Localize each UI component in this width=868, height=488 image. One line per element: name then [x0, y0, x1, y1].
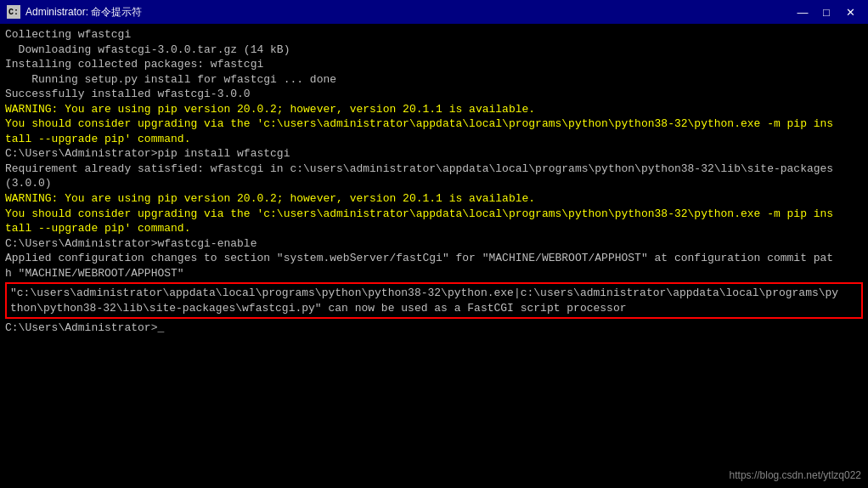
terminal-line: Installing collected packages: wfastcgi [5, 57, 863, 72]
terminal-after: C:\Users\Administrator>_ [5, 321, 863, 336]
highlight-line: thon\python38-32\lib\site-packages\wfast… [10, 301, 858, 316]
terminal-line: You should consider upgrading via the 'c… [5, 207, 863, 222]
titlebar-controls: — □ ✕ [792, 3, 861, 20]
titlebar: C: Administrator: 命令提示符 — □ ✕ [0, 0, 868, 24]
terminal-line: Applied configuration changes to section… [5, 251, 863, 266]
terminal-line: h "MACHINE/WEBROOT/APPHOST" [5, 266, 863, 281]
terminal-line: Downloading wfastcgi-3.0.0.tar.gz (14 kB… [5, 43, 863, 58]
titlebar-left: C: Administrator: 命令提示符 [7, 5, 142, 20]
terminal-line: C:\Users\Administrator>pip install wfast… [5, 146, 863, 162]
highlight-box: "c:\users\administrator\appdata\local\pr… [5, 282, 863, 319]
terminal-line: Requirement already satisfied: wfastcgi … [5, 162, 863, 177]
terminal-line: Running setup.py install for wfastcgi ..… [5, 72, 863, 88]
maximize-button[interactable]: □ [815, 3, 837, 20]
terminal-line: Collecting wfastcgi [5, 27, 863, 43]
terminal: Collecting wfastcgi Downloading wfastcgi… [0, 24, 868, 488]
titlebar-title: Administrator: 命令提示符 [25, 5, 142, 20]
terminal-line: (3.0.0) [5, 176, 863, 191]
terminal-line: tall --upgrade pip' command. [5, 132, 863, 147]
terminal-line: C:\Users\Administrator>wfastcgi-enable [5, 236, 863, 252]
app-icon: C: [7, 5, 20, 19]
terminal-line: WARNING: You are using pip version 20.0.… [5, 102, 863, 117]
terminal-line: WARNING: You are using pip version 20.0.… [5, 191, 863, 207]
terminal-line: You should consider upgrading via the 'c… [5, 116, 863, 132]
highlight-line: "c:\users\administrator\appdata\local\pr… [10, 286, 858, 301]
terminal-line: Successfully installed wfastcgi-3.0.0 [5, 87, 863, 102]
minimize-button[interactable]: — [792, 3, 814, 20]
close-button[interactable]: ✕ [839, 3, 861, 20]
terminal-line-after: C:\Users\Administrator>_ [5, 321, 863, 336]
terminal-output: Collecting wfastcgi Downloading wfastcgi… [5, 27, 863, 281]
terminal-line: tall --upgrade pip' command. [5, 221, 863, 236]
watermark: https://blog.csdn.net/ytlzq022 [730, 469, 861, 481]
